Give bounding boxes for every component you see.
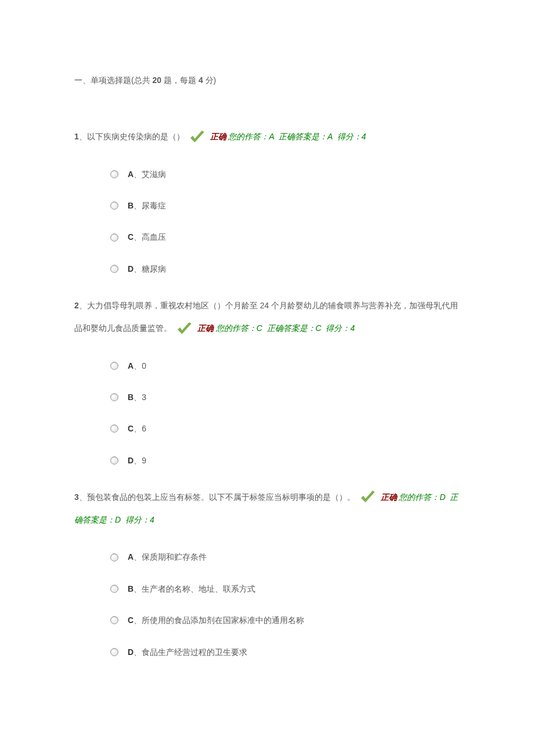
radio-icon[interactable] bbox=[110, 456, 118, 465]
result-detail: 您的作答：C 正确答案是：C 得分：4 bbox=[216, 323, 355, 333]
option-b[interactable]: B、3 bbox=[110, 387, 460, 408]
radio-icon[interactable] bbox=[110, 201, 118, 210]
radio-icon[interactable] bbox=[110, 362, 118, 370]
radio-icon[interactable] bbox=[110, 648, 118, 656]
section-mid: 题，每题 bbox=[161, 75, 199, 85]
checkmark-icon bbox=[175, 321, 193, 337]
section-total: 20 bbox=[153, 75, 162, 85]
option-b[interactable]: B、生产者的名称、地址、联系方式 bbox=[110, 578, 460, 599]
section-prefix: 一、单项选择题(总共 bbox=[74, 75, 153, 85]
section-suffix: 分) bbox=[203, 75, 217, 85]
question-text: 、预包装食品的包装上应当有标签。以下不属于标签应当标明事项的是（）。 bbox=[79, 492, 355, 502]
result-correct-label: 正确 bbox=[381, 492, 397, 502]
checkmark-icon bbox=[188, 129, 205, 145]
radio-icon[interactable] bbox=[110, 585, 118, 593]
result-detail: 您的作答：A 正确答案是：A 得分：4 bbox=[228, 132, 366, 141]
options-list: A、艾滋病 B、尿毒症 C、高血压 D、糖尿病 bbox=[74, 149, 460, 280]
option-d[interactable]: D、糖尿病 bbox=[110, 258, 460, 279]
checkmark-icon bbox=[359, 489, 376, 505]
option-a[interactable]: A、保质期和贮存条件 bbox=[110, 546, 460, 567]
question-number: 1 bbox=[74, 132, 79, 141]
option-a[interactable]: A、艾滋病 bbox=[110, 164, 460, 185]
option-c[interactable]: C、6 bbox=[110, 418, 460, 439]
option-d[interactable]: D、9 bbox=[110, 450, 460, 471]
section-points: 4 bbox=[199, 75, 203, 85]
radio-icon[interactable] bbox=[110, 233, 118, 242]
option-a[interactable]: A、0 bbox=[110, 355, 460, 376]
radio-icon[interactable] bbox=[110, 616, 118, 624]
question-3: 3、预包装食品的包装上应当有标签。以下不属于标签应当标明事项的是（）。 正确 您… bbox=[74, 486, 460, 663]
option-d[interactable]: D、食品生产经营过程的卫生要求 bbox=[110, 642, 460, 663]
option-c[interactable]: C、所使用的食品添加剂在国家标准中的通用名称 bbox=[110, 610, 460, 631]
options-list: A、0 B、3 C、6 D、9 bbox=[74, 340, 460, 471]
question-number: 2 bbox=[74, 301, 79, 310]
options-list: A、保质期和贮存条件 B、生产者的名称、地址、联系方式 C、所使用的食品添加剂在… bbox=[74, 531, 460, 663]
question-2: 2、大力倡导母乳喂养，重视农村地区（）个月龄至 24 个月龄婴幼儿的辅食喂养与营… bbox=[74, 294, 460, 471]
radio-icon[interactable] bbox=[110, 265, 118, 273]
radio-icon[interactable] bbox=[110, 170, 118, 178]
option-b[interactable]: B、尿毒症 bbox=[110, 195, 460, 216]
question-text: 、以下疾病史传染病的是（） bbox=[79, 132, 185, 141]
radio-icon[interactable] bbox=[110, 393, 118, 401]
question-1: 1、以下疾病史传染病的是（） 正确 您的作答：A 正确答案是：A 得分：4 A、… bbox=[74, 125, 460, 279]
result-correct-label: 正确 bbox=[197, 323, 214, 333]
radio-icon[interactable] bbox=[110, 424, 118, 433]
question-number: 3 bbox=[74, 492, 79, 502]
result-correct-label: 正确 bbox=[210, 132, 226, 141]
section-header: 一、单项选择题(总共 20 题，每题 4 分) bbox=[74, 70, 460, 91]
radio-icon[interactable] bbox=[110, 553, 118, 561]
option-c[interactable]: C、高血压 bbox=[110, 226, 460, 247]
